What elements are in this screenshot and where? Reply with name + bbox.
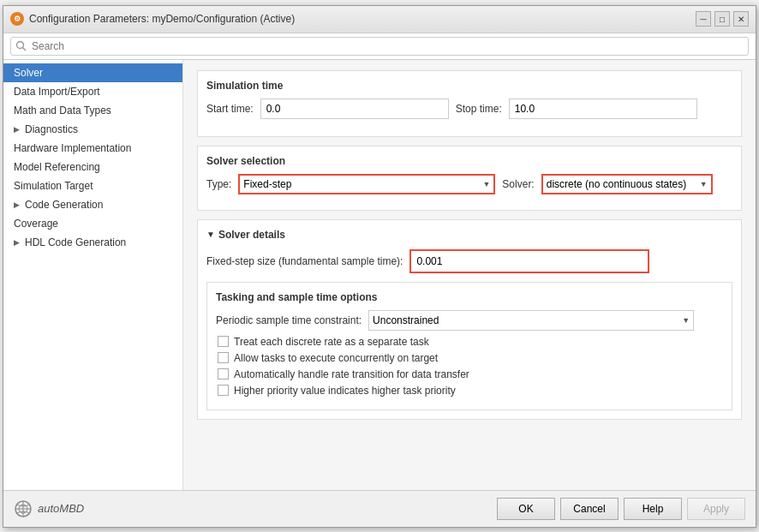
sidebar-item-hardware-impl[interactable]: Hardware Implementation (3, 139, 182, 158)
fixed-step-row: Fixed-step size (fundamental sample time… (206, 249, 732, 273)
title-bar-left: ⚙ Configuration Parameters: myDemo/Confi… (10, 12, 295, 26)
tasking-title: Tasking and sample time options (216, 291, 723, 303)
search-bar (3, 33, 756, 60)
checkbox-label-4: Higher priority value indicates higher t… (234, 385, 456, 397)
solver-dropdown[interactable]: discrete (no continuous states) ▼ (541, 174, 713, 194)
sidebar-item-label-cov: Coverage (14, 218, 58, 230)
main-window: ⚙ Configuration Parameters: myDemo/Confi… (3, 5, 756, 528)
checkbox-label-3: Automatically handle rate transition for… (234, 368, 469, 380)
minimize-button[interactable]: ─ (696, 11, 711, 27)
checkbox-4[interactable] (218, 385, 229, 396)
search-input[interactable] (10, 37, 749, 56)
start-time-label: Start time: (206, 103, 254, 115)
window-controls: ─ □ ✕ (696, 11, 749, 27)
checkbox-3[interactable] (218, 368, 229, 380)
sidebar-item-diagnostics[interactable]: Diagnostics (3, 120, 182, 139)
checkbox-row-1: Treat each discrete rate as a separate t… (216, 336, 723, 348)
start-time-input[interactable] (260, 99, 449, 119)
sidebar-item-label-die: Data Import/Export (14, 86, 100, 98)
title-bar: ⚙ Configuration Parameters: myDemo/Confi… (3, 6, 756, 33)
periodic-dropdown[interactable]: Unconstrained ▼ (368, 310, 694, 331)
periodic-dropdown-arrow: ▼ (682, 316, 690, 325)
simulation-time-section: Simulation time Start time: Stop time: (197, 70, 742, 137)
checkbox-row-4: Higher priority value indicates higher t… (216, 385, 723, 397)
main-content: Solver Data Import/Export Math and Data … (3, 60, 756, 490)
sidebar-item-simulation-target[interactable]: Simulation Target (3, 176, 182, 195)
sidebar-item-label-mr: Model Referencing (14, 161, 100, 173)
ok-button[interactable]: OK (497, 498, 555, 520)
sidebar-item-label-hdl: HDL Code Generation (25, 236, 126, 248)
solver-label: Solver: (502, 178, 534, 190)
close-button[interactable]: ✕ (733, 11, 749, 27)
checkbox-1[interactable] (218, 336, 229, 347)
maximize-button[interactable]: □ (714, 11, 730, 27)
content-area: Simulation time Start time: Stop time: S… (183, 60, 756, 490)
tasking-section: Tasking and sample time options Periodic… (206, 282, 732, 410)
solver-dropdown-value: discrete (no continuous states) (547, 178, 686, 190)
fixed-step-label: Fixed-step size (fundamental sample time… (206, 255, 403, 267)
sidebar-item-label-mdt: Math and Data Types (14, 105, 111, 117)
type-label: Type: (206, 178, 231, 190)
solver-type-row: Type: Fixed-step ▼ Solver: discrete (no … (206, 174, 732, 194)
stop-time-input[interactable] (509, 99, 697, 119)
sidebar-item-data-import-export[interactable]: Data Import/Export (3, 82, 182, 101)
checkbox-row-3: Automatically handle rate transition for… (216, 368, 723, 380)
checkbox-2[interactable] (218, 352, 229, 363)
periodic-constraint-row: Periodic sample time constraint: Unconst… (216, 310, 723, 331)
sidebar-item-label-hw: Hardware Implementation (14, 142, 131, 154)
sidebar-item-math-data-types[interactable]: Math and Data Types (3, 101, 182, 120)
solver-details-section: ▼ Solver details Fixed-step size (fundam… (197, 219, 742, 420)
sidebar-item-label-st: Simulation Target (14, 180, 93, 192)
cancel-button[interactable]: Cancel (560, 498, 619, 520)
sidebar-item-code-generation[interactable]: Code Generation (3, 195, 182, 214)
sidebar-item-coverage[interactable]: Coverage (3, 214, 182, 233)
periodic-label: Periodic sample time constraint: (216, 314, 362, 326)
solver-selection-section: Solver selection Type: Fixed-step ▼ Solv… (197, 146, 742, 211)
sidebar-item-label-cg: Code Generation (25, 199, 103, 211)
checkbox-label-1: Treat each discrete rate as a separate t… (234, 336, 429, 348)
footer-brand: autoMBD (14, 499, 84, 518)
sidebar-item-label-diag: Diagnostics (25, 123, 78, 135)
type-dropdown[interactable]: Fixed-step ▼ (238, 174, 495, 194)
brand-icon (14, 499, 33, 518)
sidebar-item-label-solver: Solver (14, 67, 43, 79)
solver-details-label: Solver details (218, 229, 285, 241)
solver-dropdown-arrow: ▼ (700, 180, 708, 188)
checkbox-label-2: Allow tasks to execute concurrently on t… (234, 352, 438, 364)
app-icon: ⚙ (10, 12, 24, 26)
stop-time-label: Stop time: (456, 103, 502, 115)
solver-selection-title: Solver selection (206, 155, 732, 167)
periodic-dropdown-value: Unconstrained (373, 314, 439, 326)
sidebar-item-model-referencing[interactable]: Model Referencing (3, 158, 182, 176)
sidebar-item-solver[interactable]: Solver (3, 63, 182, 82)
solver-details-title: ▼ Solver details (206, 229, 732, 241)
type-dropdown-arrow: ▼ (482, 180, 490, 188)
collapse-arrow-icon[interactable]: ▼ (206, 230, 215, 239)
apply-button[interactable]: Apply (687, 498, 745, 520)
help-button[interactable]: Help (624, 498, 682, 520)
sidebar: Solver Data Import/Export Math and Data … (3, 60, 183, 490)
checkbox-row-2: Allow tasks to execute concurrently on t… (216, 352, 723, 364)
type-dropdown-value: Fixed-step (243, 178, 291, 190)
window-title: Configuration Parameters: myDemo/Configu… (29, 13, 295, 25)
footer: autoMBD OK Cancel Help Apply (3, 490, 756, 527)
sidebar-item-hdl-code-generation[interactable]: HDL Code Generation (3, 233, 182, 252)
brand-label: autoMBD (38, 502, 84, 515)
simulation-time-title: Simulation time (206, 80, 732, 92)
fixed-step-input[interactable] (409, 249, 649, 273)
simulation-time-row: Start time: Stop time: (206, 99, 732, 119)
